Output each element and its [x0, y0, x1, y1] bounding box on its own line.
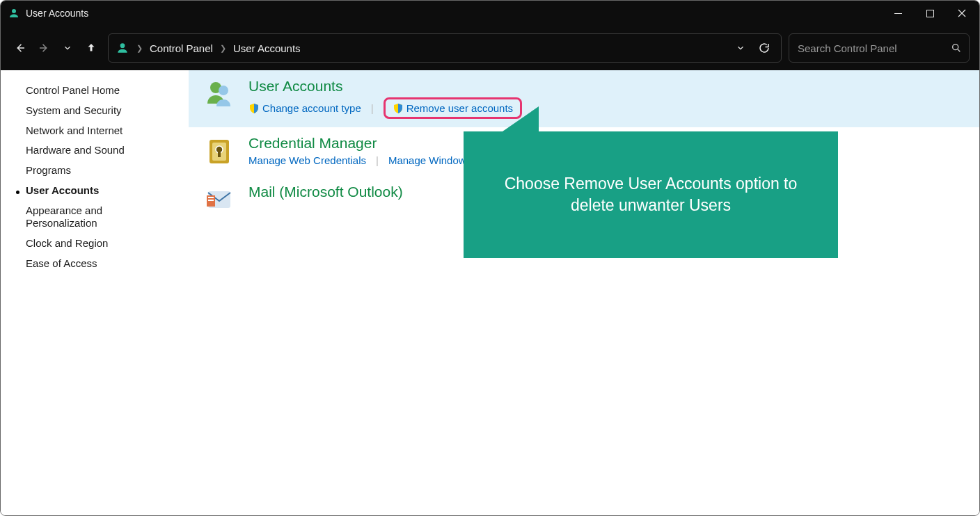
title-bar: User Accounts — [1, 1, 979, 26]
navigation-bar: ❯ Control Panel ❯ User Accounts — [1, 26, 979, 70]
link-remove-user-accounts[interactable]: Remove user accounts — [393, 102, 513, 114]
section-heading[interactable]: User Accounts — [248, 77, 522, 95]
svg-point-6 — [219, 86, 228, 95]
chevron-right-icon: ❯ — [134, 44, 145, 53]
search-icon[interactable] — [951, 42, 962, 54]
svg-rect-2 — [926, 10, 933, 17]
svg-point-3 — [120, 43, 125, 48]
close-button[interactable] — [946, 1, 978, 26]
window-title: User Accounts — [26, 8, 882, 19]
callout-text: Choose Remove User Accounts option to de… — [491, 173, 810, 216]
app-icon — [8, 7, 20, 19]
refresh-button[interactable] — [754, 42, 774, 54]
svg-rect-14 — [208, 200, 214, 201]
sidebar-item-clock-region[interactable]: Clock and Region — [26, 237, 189, 250]
mail-icon — [203, 183, 236, 216]
sidebar: Control Panel Home System and Security N… — [1, 70, 189, 515]
section-heading[interactable]: Mail (Microsoft Outlook) — [248, 183, 403, 200]
sidebar-item-hardware[interactable]: Hardware and Sound — [26, 144, 189, 157]
highlight-remove-user-accounts: Remove user accounts — [384, 97, 522, 119]
link-manage-web-credentials[interactable]: Manage Web Credentials — [248, 154, 366, 166]
breadcrumb-root[interactable]: Control Panel — [150, 42, 213, 54]
search-box[interactable] — [789, 33, 970, 63]
sidebar-home[interactable]: Control Panel Home — [26, 84, 189, 97]
shield-icon — [393, 103, 404, 114]
svg-rect-13 — [208, 197, 214, 198]
main-content: User Accounts Change account type | Remo… — [189, 70, 979, 515]
up-button[interactable] — [81, 38, 101, 58]
search-input[interactable] — [796, 42, 951, 55]
forward-button[interactable] — [34, 38, 54, 58]
svg-point-0 — [12, 9, 16, 13]
section-user-accounts: User Accounts Change account type | Remo… — [189, 70, 979, 127]
sidebar-item-ease-of-access[interactable]: Ease of Access — [26, 257, 189, 271]
recent-dropdown[interactable] — [58, 38, 77, 58]
link-change-account-type[interactable]: Change account type — [248, 102, 361, 114]
breadcrumb-current[interactable]: User Accounts — [233, 42, 301, 54]
minimize-button[interactable] — [882, 1, 914, 26]
annotation-callout: Choose Remove User Accounts option to de… — [464, 131, 838, 258]
svg-rect-10 — [218, 152, 221, 157]
user-icon — [116, 41, 129, 55]
chevron-right-icon: ❯ — [217, 44, 229, 53]
svg-rect-1 — [894, 13, 902, 14]
address-dropdown[interactable] — [731, 43, 750, 53]
svg-point-4 — [953, 45, 958, 50]
sidebar-item-user-accounts[interactable]: User Accounts — [26, 184, 189, 197]
window-buttons — [882, 1, 978, 26]
back-button[interactable] — [10, 38, 30, 58]
user-accounts-icon — [203, 77, 236, 111]
credential-manager-icon — [203, 134, 236, 168]
sidebar-item-system-security[interactable]: System and Security — [26, 104, 189, 118]
sidebar-item-appearance[interactable]: Appearance and Personalization — [26, 204, 144, 231]
maximize-button[interactable] — [914, 1, 946, 26]
address-bar[interactable]: ❯ Control Panel ❯ User Accounts — [108, 33, 782, 63]
shield-icon — [248, 103, 260, 114]
sidebar-item-network[interactable]: Network and Internet — [26, 124, 189, 138]
sidebar-item-programs[interactable]: Programs — [26, 164, 189, 177]
